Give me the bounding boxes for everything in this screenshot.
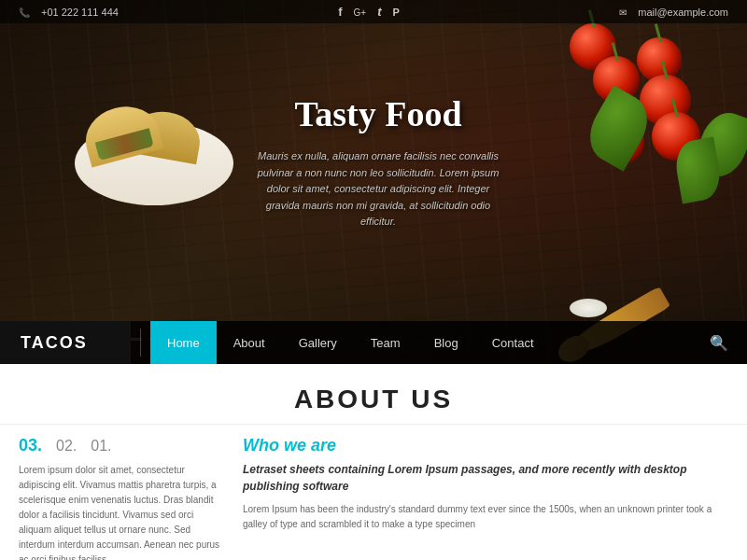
email-icon	[619, 7, 630, 18]
about-italic-description: Letraset sheets containing Lorem Ipsum p…	[243, 461, 728, 495]
number-active[interactable]: 03.	[19, 436, 42, 455]
nav-item-team[interactable]: Team	[354, 321, 417, 364]
top-bar-left: +01 222 111 444	[19, 7, 119, 18]
top-bar-right: mail@example.com	[619, 7, 728, 18]
phone-number: +01 222 111 444	[41, 7, 119, 18]
nav-item-home[interactable]: Home	[150, 321, 217, 364]
hero-section: Tasty Food Mauris ex nulla, aliquam orna…	[0, 0, 747, 364]
hero-title: Tasty Food	[252, 93, 504, 134]
social-links	[338, 5, 400, 19]
nav-item-gallery[interactable]: Gallery	[282, 321, 354, 364]
nav-item-blog[interactable]: Blog	[417, 321, 475, 364]
salt-pile	[570, 299, 607, 317]
about-number-tabs: 03. 02. 01.	[19, 436, 224, 455]
pinterest-icon[interactable]	[393, 5, 400, 19]
about-right-column: Who we are Letraset sheets containing Lo…	[243, 436, 728, 560]
about-title: ABOUT US	[0, 385, 747, 414]
about-left-column: 03. 02. 01. Lorem ipsum dolor sit amet, …	[19, 436, 224, 560]
about-section: ABOUT US 03. 02. 01. Lorem ipsum dolor s…	[0, 364, 747, 560]
top-bar: +01 222 111 444 mail@example.com	[0, 0, 747, 23]
hero-content: Tasty Food Mauris ex nulla, aliquam orna…	[252, 93, 504, 231]
about-content: 03. 02. 01. Lorem ipsum dolor sit amet, …	[0, 425, 747, 560]
email-address: mail@example.com	[638, 7, 728, 18]
number-second[interactable]: 02.	[56, 438, 77, 455]
who-we-are-heading: Who we are	[243, 436, 728, 455]
navbar: TACOS Home About Gallery Team Blog Conta…	[0, 321, 747, 364]
search-button[interactable]	[710, 334, 747, 352]
food-plate	[75, 103, 233, 215]
about-title-block: ABOUT US	[0, 364, 747, 425]
about-body-text: Lorem Ipsum has been the industry's stan…	[243, 502, 728, 532]
twitter-icon[interactable]	[377, 5, 381, 19]
nav-links: Home About Gallery Team Blog Contact	[150, 321, 710, 364]
nav-item-about[interactable]: About	[217, 321, 282, 364]
number-third[interactable]: 01.	[91, 438, 111, 455]
nav-item-contact[interactable]: Contact	[475, 321, 551, 364]
phone-icon	[19, 7, 34, 18]
about-left-text: Lorem ipsum dolor sit amet, consectetur …	[19, 463, 224, 560]
nav-divider	[140, 329, 141, 357]
hero-description: Mauris ex nulla, aliquam ornare facilisi…	[252, 148, 504, 231]
brand-logo: TACOS	[0, 321, 131, 364]
facebook-icon[interactable]	[338, 5, 342, 19]
google-plus-icon[interactable]	[354, 5, 367, 19]
